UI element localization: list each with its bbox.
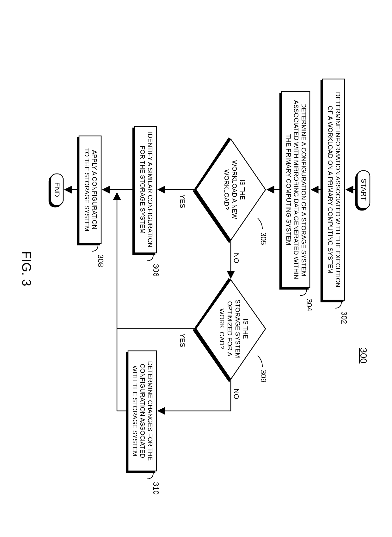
step-308-l2: TO THE STORAGE SYSTEM bbox=[83, 148, 90, 231]
leader-305 bbox=[258, 218, 262, 229]
leader-306 bbox=[147, 254, 153, 261]
label-309-yes: YES bbox=[179, 333, 187, 347]
label-309: 309 bbox=[259, 370, 268, 382]
label-305-no: NO bbox=[232, 253, 240, 263]
dec309-l2: STORAGE SYSTEM bbox=[234, 299, 241, 358]
step-310-l3: WITH THE STORAGE SYSTEM bbox=[132, 365, 138, 456]
step-304-line3: THE PRIMARY COMPUTING SYSTEM bbox=[285, 134, 292, 245]
end-label: END bbox=[53, 182, 61, 197]
step-302-line1: DETERMINE INFORMATION ASSOCIATED WITH TH… bbox=[334, 92, 341, 287]
label-309-no: NO bbox=[232, 389, 240, 399]
start-label: START bbox=[360, 179, 368, 201]
flowchart-svg: 300 START DETERMINE INFORMATION ASSOCIAT… bbox=[6, 0, 386, 537]
dec305-l2: WORKLOAD A NEW bbox=[231, 160, 238, 219]
dec309-l3: OPTIMIZED FOR A bbox=[226, 301, 233, 357]
dec309-l4: WORKLOAD? bbox=[218, 308, 225, 349]
dec305-l1: IS THE bbox=[239, 180, 246, 200]
page: 300 START DETERMINE INFORMATION ASSOCIAT… bbox=[0, 0, 392, 537]
step-306-l1: IDENTIFY A SIMILAR CONFIGURATION bbox=[147, 132, 154, 247]
rotated-canvas: 300 START DETERMINE INFORMATION ASSOCIAT… bbox=[6, 0, 386, 537]
leader-309 bbox=[258, 356, 262, 367]
label-308: 308 bbox=[96, 254, 105, 267]
leader-302 bbox=[335, 302, 341, 308]
figure-number: 300 bbox=[358, 348, 369, 363]
label-304: 304 bbox=[305, 299, 314, 311]
step-310-l2: CONFIGURATION ASSOCIATED bbox=[139, 364, 146, 458]
label-310: 310 bbox=[152, 482, 160, 495]
step-310-l1: DETERMINE CHANGES FOR THE bbox=[147, 361, 154, 461]
step-308-l1: APPLY A CONFIGURATION bbox=[91, 150, 98, 229]
leader-310 bbox=[147, 473, 153, 479]
svg-marker-3 bbox=[196, 139, 266, 240]
label-302: 302 bbox=[340, 311, 348, 324]
step-302-line2: OF A WORKLOAD ON A PRIMARY COMPUTING SYS… bbox=[327, 106, 334, 273]
label-305: 305 bbox=[259, 232, 268, 245]
dec305-l3: WORKLOAD? bbox=[223, 169, 230, 210]
step-304-line2: ASSOCIATED WITH MIRRORING DATA GENERATED… bbox=[293, 100, 300, 279]
leader-304 bbox=[300, 289, 307, 296]
leader-308 bbox=[92, 245, 98, 251]
label-306: 306 bbox=[152, 264, 160, 277]
step-306-l2: FOR THE STORAGE SYSTEM bbox=[139, 146, 146, 234]
step-304-line1: DETERMINE A CONFIGURATION OF A STORAGE S… bbox=[300, 103, 307, 276]
label-305-yes: YES bbox=[179, 194, 187, 208]
figure-caption: FIG. 3 bbox=[20, 251, 34, 286]
dec309-l1: IS THE bbox=[242, 319, 249, 339]
